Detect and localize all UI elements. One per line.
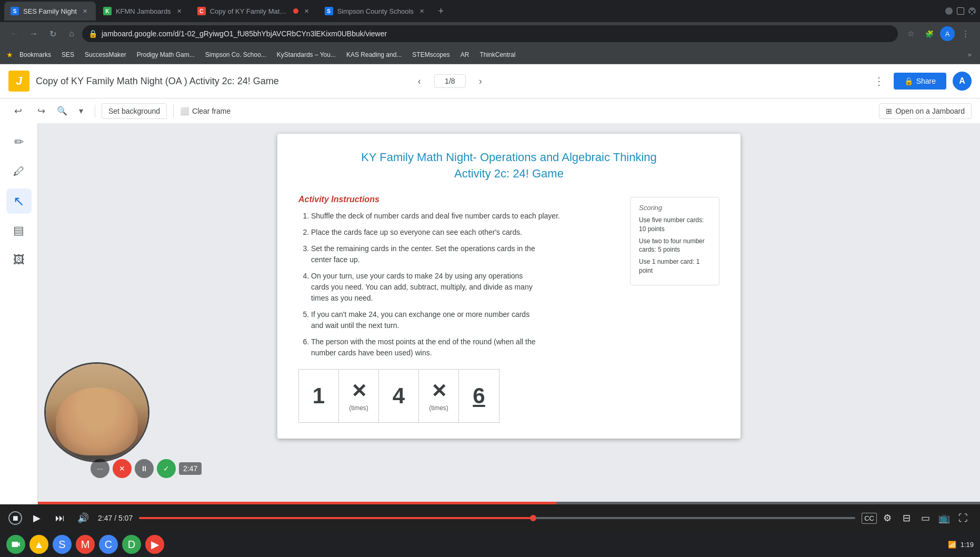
meeting-check-button[interactable]: ✓ [157,459,176,478]
tab-ses-family-night[interactable]: S SES Family Night ✕ [4,2,96,21]
user-avatar[interactable]: A [953,72,972,91]
meeting-more-button[interactable]: ··· [91,459,109,478]
window-close[interactable]: ✕ [968,7,976,15]
document-title: Copy of KY Family Math Night (OA ) Activ… [36,76,405,87]
more-options-button[interactable]: ⋮ [871,73,887,89]
image-tool[interactable]: 🖼 [6,247,32,273]
back-button[interactable]: ← [6,25,23,42]
player-icons: CC ⚙ ⊟ ▭ 📺 ⛶ [862,510,972,526]
tab-close-3[interactable]: ✕ [303,7,311,15]
taskbar-slides[interactable]: S [53,535,72,554]
player-progress-thumb [530,515,536,521]
taskbar-youtube[interactable]: ▶ [145,535,164,554]
taskbar-gmail[interactable]: M [76,535,95,554]
instruction-5: If you can't make 24, you can exchange o… [311,309,543,331]
bookmark-prodigy[interactable]: Prodigy Math Gam... [133,49,199,61]
video-seek-bar[interactable] [38,502,980,504]
frame-icon: ⬜ [180,107,189,115]
card-2: 4 [379,370,419,422]
current-time: 2:47 [98,514,112,522]
tab-kfmn[interactable]: K KFMN Jamboards ✕ [97,2,190,21]
extensions-icon[interactable]: 🧩 [921,25,938,42]
app-area: J Copy of KY Family Math Night (OA ) Act… [0,64,980,557]
bookmark-label-successmaker: SuccessMaker [85,51,126,58]
player-progress-bar[interactable] [139,517,855,519]
divider-2 [173,105,174,117]
home-button[interactable]: ⌂ [63,25,80,42]
cast-button[interactable]: 📺 [936,510,953,526]
tab-dot-3 [293,8,298,14]
taskbar-meet[interactable] [6,535,25,554]
settings-button[interactable]: ⚙ [879,510,896,526]
sticky-note-tool[interactable]: ▤ [6,218,32,243]
reload-button[interactable]: ↻ [44,25,61,42]
bookmark-label-prodigy: Prodigy Math Gam... [137,51,195,58]
bookmark-label-ses: SES [62,51,74,58]
more-menu-icon[interactable]: ⋮ [957,25,974,42]
open-jamboard-icon: ⊞ [886,107,892,115]
redo-button[interactable]: ↪ [32,102,51,121]
toolbar-icons: ☆ 🧩 A ⋮ [902,25,974,42]
zoom-search-icon[interactable]: 🔍 [55,104,69,118]
next-page-button[interactable]: › [472,73,489,89]
new-tab-button[interactable]: + [434,4,448,18]
cc-button[interactable]: CC [862,513,877,524]
profile-circle-icon[interactable]: A [940,26,955,41]
share-button[interactable]: 🔒 Share [894,73,946,89]
player-time-display: 2:47 / 5:07 [98,514,133,522]
meeting-leave-button[interactable]: ✕ [113,459,132,478]
taskbar-drive[interactable]: ▲ [29,535,48,554]
browser-frame: S SES Family Night ✕ K KFMN Jamboards ✕ … [0,0,980,557]
bookmark-stemscopes[interactable]: STEMscopes [408,49,454,61]
bookmark-kas[interactable]: KAS Reading and... [342,49,406,61]
fullscreen-button[interactable]: ⛶ [955,510,972,526]
cursor-tool[interactable]: ↖ [6,188,32,214]
play-button[interactable]: ▶ [28,510,45,526]
bookmark-successmaker[interactable]: SuccessMaker [81,49,131,61]
card-value-3: 6 [473,385,485,407]
tab-bar: S SES Family Night ✕ K KFMN Jamboards ✕ … [0,0,980,22]
bookmark-bookmarks[interactable]: Bookmarks [15,49,55,61]
address-bar[interactable]: 🔒 jamboard.google.com/d/1-02_gRyiwgO1_fU… [82,25,898,42]
pip-button[interactable]: ⊟ [898,510,915,526]
bookmark-simpson[interactable]: Simpson Co. Schoo... [201,49,271,61]
card-operator-2: ✕ (times) [419,370,459,422]
bookmark-thinkcentral[interactable]: ThinkCentral [475,49,519,61]
undo-button[interactable]: ↩ [8,102,27,121]
tab-close-1[interactable]: ✕ [81,7,89,15]
eraser-tool[interactable]: 🖊 [6,159,32,184]
pencil-tool[interactable]: ✏ [6,130,32,155]
video-seek-fill [38,502,556,504]
bookmark-label-bookmarks: Bookmarks [19,51,51,58]
bookmark-star-icon[interactable]: ☆ [902,25,919,42]
time-separator: / [114,514,118,522]
tab-close-4[interactable]: ✕ [418,7,426,15]
bookmark-kystandards[interactable]: KyStandards – You... [273,49,340,61]
tab-simpson[interactable]: S Simpson County Schools ✕ [318,2,433,21]
theatre-button[interactable]: ▭ [917,510,934,526]
tab-label-1: SES Family Night [23,7,77,15]
instruction-4: On your turn, use your cards to make 24 … [311,271,543,304]
forward-button[interactable]: → [25,25,42,42]
bookmarks-more-button[interactable]: » [966,51,974,58]
navigation-toolbar: ← → ↻ ⌂ 🔒 jamboard.google.com/d/1-02_gRy… [0,22,980,45]
next-button[interactable]: ⏭ [52,510,68,526]
tab-copy-ky[interactable]: C Copy of KY Family Math N... ✕ [191,2,317,21]
stop-button[interactable]: ⏹ [8,511,22,525]
card-operator-1: ✕ (times) [339,370,379,422]
open-jamboard-button[interactable]: ⊞ Open on a Jamboard [879,103,972,119]
set-background-button[interactable]: Set background [102,103,167,119]
bookmark-ses[interactable]: SES [57,49,78,61]
window-maximize[interactable] [957,7,964,15]
prev-page-button[interactable]: ‹ [411,73,428,89]
tab-close-2[interactable]: ✕ [175,7,184,15]
window-minimize[interactable] [945,7,953,15]
zoom-dropdown-button[interactable]: ▾ [74,104,88,118]
clear-frame-button[interactable]: Clear frame [192,107,231,115]
bookmark-ar[interactable]: AR [456,49,474,61]
meeting-pause-button[interactable]: ⏸ [135,459,154,478]
meeting-timer: 2:47 [179,462,202,475]
taskbar-docs[interactable]: D [122,535,141,554]
volume-button[interactable]: 🔊 [75,510,92,526]
taskbar-chrome[interactable]: C [99,535,118,554]
